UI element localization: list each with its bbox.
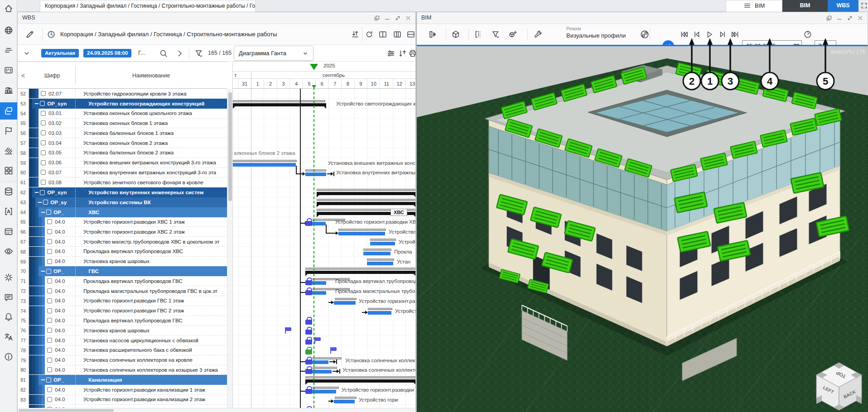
gantt-task-bar[interactable] <box>334 400 355 403</box>
panel-toggle-icon[interactable] <box>429 30 438 39</box>
row-checkbox[interactable] <box>47 318 52 323</box>
gantt-plan-bar[interactable] <box>233 100 325 102</box>
constraint-lock-icon[interactable] <box>305 320 312 325</box>
gantt-task-bar[interactable] <box>368 311 391 315</box>
sidebar-item-info-icon[interactable] <box>3 351 14 362</box>
constraint-lock-icon[interactable] <box>305 350 312 355</box>
sidebar-item-layers-icon[interactable] <box>0 102 17 120</box>
datetime-badge[interactable]: 24.09.2025 08:00 <box>83 49 131 57</box>
gantt-plan-bar[interactable] <box>313 387 339 389</box>
table-row[interactable]: 5202.07Устройство гидроизоляции кровли 3… <box>18 89 227 99</box>
row-checkbox[interactable] <box>41 170 46 175</box>
window-minimize-icon[interactable] <box>835 14 843 22</box>
view-selector-dropdown[interactable]: Диаграмма Ганта <box>234 46 313 61</box>
table-row[interactable]: 5703.04Установка оконных блоков 2 этажа <box>18 138 227 148</box>
step-back-button[interactable] <box>692 30 701 39</box>
gantt-task-bar[interactable] <box>312 390 336 393</box>
table-row[interactable]: 6504.0Устройство горизонт.разводки ХВС 1… <box>18 217 227 227</box>
model-cube-icon[interactable] <box>451 30 460 39</box>
row-checkbox[interactable] <box>47 229 52 234</box>
row-checkbox[interactable] <box>40 101 45 106</box>
row-checkbox[interactable] <box>46 378 51 383</box>
gantt-plan-bar[interactable] <box>317 189 415 191</box>
add-model-icon[interactable] <box>508 30 517 39</box>
model-filter-icon[interactable] <box>491 30 500 39</box>
gantt-task-bar[interactable] <box>338 232 385 235</box>
layout-split-vertical-icon[interactable] <box>378 30 387 39</box>
table-row[interactable]: 7804.0Установка расширительного бака с о… <box>18 345 227 355</box>
row-checkbox[interactable] <box>41 180 46 185</box>
gantt-plan-bar[interactable] <box>335 298 357 300</box>
fullscreen-icon[interactable] <box>860 2 868 11</box>
status-badge[interactable]: Актуальная <box>41 49 79 57</box>
row-checkbox[interactable] <box>41 140 46 145</box>
gantt-task-bar[interactable] <box>334 301 356 305</box>
import-export-icon[interactable] <box>351 30 360 39</box>
edit-icon[interactable] <box>25 29 35 39</box>
constraint-lock-icon[interactable] <box>305 359 312 364</box>
today-marker-icon[interactable] <box>310 64 318 70</box>
gantt-task-bar[interactable] <box>370 242 395 245</box>
section-plane-icon[interactable] <box>474 30 483 39</box>
gantt-task-bar[interactable] <box>233 163 296 167</box>
row-checkbox[interactable] <box>47 278 52 283</box>
table-row[interactable]: 7104.0Прокладка вертикал.трубопроводов Г… <box>18 276 227 286</box>
playback-speed-icon[interactable] <box>803 30 812 39</box>
row-checkbox[interactable] <box>41 130 46 135</box>
sidebar-item-bell-icon[interactable] <box>3 311 14 322</box>
table-row[interactable]: 81−OP_Канализация <box>18 375 227 385</box>
skip-to-end-button[interactable] <box>731 30 740 39</box>
sidebar-item-align-icon[interactable] <box>3 45 14 56</box>
bim-3d-viewport[interactable]: WebGPU 176 TOP LEFT BACK <box>417 46 868 412</box>
sidebar-item-comment-icon[interactable] <box>3 292 14 303</box>
history-icon[interactable] <box>47 30 56 39</box>
row-checkbox[interactable] <box>40 190 45 195</box>
milestone-flag-icon[interactable] <box>285 327 286 334</box>
row-checkbox[interactable] <box>47 249 52 254</box>
row-checkbox[interactable] <box>47 358 52 363</box>
table-row[interactable]: 6103.08Устройство зенитного светового фо… <box>18 177 227 187</box>
table-row[interactable]: 64−OP_ХВС <box>18 207 227 217</box>
gantt-plan-bar[interactable] <box>370 239 396 241</box>
table-row[interactable]: 7704.0Установка насосов циркуляционных с… <box>18 335 227 345</box>
gantt-plan-bar[interactable] <box>313 357 342 359</box>
mode-selector[interactable]: Режим Визуальные профили <box>566 26 643 44</box>
workspace-tab-wbs[interactable]: WBS <box>828 0 858 12</box>
expander[interactable]: − <box>41 208 45 216</box>
row-checkbox[interactable] <box>47 219 52 224</box>
row-checkbox[interactable] <box>47 328 52 333</box>
row-checkbox[interactable] <box>47 348 52 353</box>
table-row[interactable]: 6003.07Установка внутренних витражных ко… <box>18 168 227 177</box>
window-close-icon[interactable] <box>856 14 864 22</box>
workspace-tab-bim[interactable]: BIM <box>782 0 828 12</box>
skip-to-start-button[interactable] <box>680 30 689 39</box>
sidebar-item-board-icon[interactable] <box>3 65 14 76</box>
constraint-lock-icon[interactable] <box>305 221 312 226</box>
gantt-task-bar[interactable] <box>363 252 391 255</box>
constraint-lock-icon[interactable] <box>305 330 312 335</box>
gantt-plan-bar[interactable] <box>317 199 415 201</box>
row-checkbox[interactable] <box>46 269 51 274</box>
table-row[interactable]: 8304.0Устройство горизонт.разводки канал… <box>18 395 227 405</box>
sidebar-item-bracketsA-icon[interactable]: A <box>3 206 14 217</box>
gantt-plan-bar[interactable] <box>335 397 357 399</box>
row-checkbox[interactable] <box>47 288 52 293</box>
table-row[interactable]: 5403.01Установка оконных блоков цокольно… <box>18 109 227 119</box>
row-checkbox[interactable] <box>47 397 52 402</box>
row-checkbox[interactable] <box>41 91 46 96</box>
sidebar-item-flag-icon[interactable] <box>3 125 14 136</box>
table-row[interactable]: 62−OP_synУстройство внутренних инженерны… <box>18 187 227 197</box>
column-header-code[interactable]: Шифр <box>29 62 75 89</box>
table-row[interactable]: 6704.0Устройство магистр.трубопроводов Х… <box>18 237 227 247</box>
table-row[interactable]: 7204.0Прокладка магистральных трубопрово… <box>18 286 227 296</box>
row-checkbox[interactable] <box>41 150 46 155</box>
table-row[interactable]: 6804.0Прокладка вертикал.трубопроводов Х… <box>18 247 227 257</box>
gantt-task-bar[interactable] <box>312 370 332 374</box>
gantt-task-bar[interactable] <box>312 360 328 364</box>
gantt-task-bar[interactable] <box>367 262 393 265</box>
table-row[interactable]: 6904.0Установка кранов шаровых <box>18 257 227 267</box>
row-checkbox[interactable] <box>41 120 46 125</box>
table-row[interactable]: 7404.0Устройство горизонт.разводки ГВС 2… <box>18 306 227 316</box>
sidebar-item-eye-icon[interactable] <box>3 246 14 257</box>
expander[interactable]: − <box>34 188 39 196</box>
